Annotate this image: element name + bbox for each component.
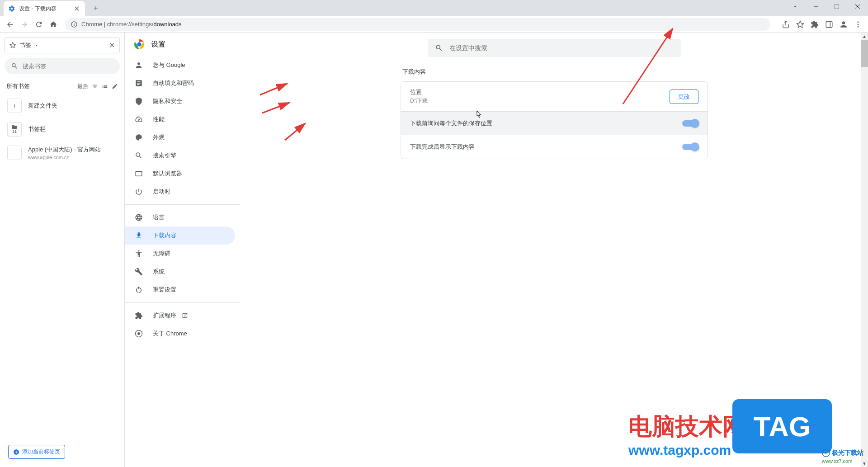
watermark-text: 电脑技术网 <box>628 411 746 443</box>
folder-count: 11 <box>12 130 17 134</box>
puzzle-icon <box>811 20 819 28</box>
nav-you-and-google[interactable]: 您与 Google <box>125 56 235 74</box>
svg-rect-0 <box>814 7 818 7</box>
scroll-up-icon[interactable]: ▲ <box>861 33 868 40</box>
folder-icon: 11 <box>7 122 22 137</box>
profile-button[interactable] <box>837 18 850 31</box>
all-bookmarks-label: 所有书签 <box>6 82 30 90</box>
nav-language[interactable]: 语言 <box>125 208 235 226</box>
power-icon <box>135 188 143 196</box>
chevron-down-icon <box>34 42 39 48</box>
nav-divider <box>125 204 241 205</box>
filter-icon[interactable] <box>92 83 98 90</box>
more-vert-icon <box>854 20 862 28</box>
show-complete-label: 下载完成后显示下载内容 <box>410 143 682 151</box>
new-tab-button[interactable] <box>90 2 102 14</box>
show-complete-toggle[interactable] <box>682 144 698 150</box>
ask-each-row[interactable]: 下载前询问每个文件的保存位置 <box>401 112 708 135</box>
vertical-scrollbar[interactable]: ▲ ▼ <box>861 33 868 467</box>
person-icon <box>135 61 143 69</box>
minimize-icon <box>814 5 818 9</box>
downloads-section: 下载内容 位置 D:\下载 更改 下载前询问每个文件的保存位置 <box>401 68 708 159</box>
star-icon <box>796 20 804 28</box>
back-button[interactable] <box>4 18 16 31</box>
bookmarks-header[interactable]: 书签 <box>5 37 120 53</box>
search-icon <box>135 151 143 160</box>
tab-close-icon[interactable] <box>73 5 80 12</box>
side-panel-button[interactable] <box>823 18 835 31</box>
nav-autofill[interactable]: 自动填充和密码 <box>125 74 235 92</box>
panel-icon <box>825 20 833 28</box>
settings-nav: 设置 您与 Google 自动填充和密码 隐私和安全 性能 外观 搜索引擎 默认… <box>125 33 241 467</box>
nav-performance[interactable]: 性能 <box>125 110 235 128</box>
view-icon[interactable] <box>102 83 108 90</box>
forward-button[interactable] <box>18 18 31 31</box>
change-location-button[interactable]: 更改 <box>670 90 698 104</box>
restore-icon <box>135 286 143 294</box>
bookmarks-search[interactable] <box>5 58 120 74</box>
show-complete-row[interactable]: 下载完成后显示下载内容 <box>401 135 708 159</box>
nav-appearance[interactable]: 外观 <box>125 128 235 146</box>
settings-search[interactable] <box>428 39 681 57</box>
settings-search-input[interactable] <box>449 44 674 52</box>
close-button[interactable] <box>847 0 868 14</box>
add-current-tab-button[interactable]: 添加当前标签页 <box>8 445 65 459</box>
sort-label[interactable]: 最后 <box>77 83 88 90</box>
location-row: 位置 D:\下载 更改 <box>401 82 708 112</box>
bookmarks-bar-item[interactable]: 11 书签栏 <box>5 118 120 141</box>
scrollbar-thumb[interactable] <box>861 40 868 67</box>
window-controls <box>785 0 868 14</box>
watermark: 电脑技术网 www.tagxp.com <box>628 411 746 458</box>
ask-each-label: 下载前询问每个文件的保存位置 <box>410 119 682 127</box>
nav-reset[interactable]: 重置设置 <box>125 281 235 299</box>
nav-search[interactable]: 搜索引擎 <box>125 146 235 165</box>
minimize-button[interactable] <box>806 0 826 14</box>
nav-default-browser[interactable]: 默认浏览器 <box>125 165 235 183</box>
ask-each-toggle[interactable] <box>682 120 698 127</box>
edit-icon[interactable] <box>112 83 118 90</box>
bookmarks-bar-label: 书签栏 <box>28 125 46 133</box>
search-icon <box>11 62 18 70</box>
search-icon <box>435 44 443 52</box>
nav-startup[interactable]: 启动时 <box>125 183 235 201</box>
bookmarks-search-input[interactable] <box>23 63 113 70</box>
maximize-button[interactable] <box>826 0 847 14</box>
new-folder-item[interactable]: + 新建文件夹 <box>5 94 120 118</box>
extensions-button[interactable] <box>808 18 821 31</box>
arrow-right-icon <box>20 20 28 28</box>
nav-about[interactable]: 关于 Chrome <box>125 325 235 343</box>
bookmark-link-item[interactable]: Apple (中国大陆) - 官方网站 www.apple.com.cn <box>5 141 120 165</box>
maximize-icon <box>835 5 839 9</box>
titlebar: 设置 - 下载内容 <box>0 0 868 16</box>
browser-tab[interactable]: 设置 - 下载内容 <box>4 1 85 16</box>
nav-extensions[interactable]: 扩展程序 <box>125 307 235 325</box>
download-logo-icon <box>822 449 830 457</box>
watermark-tag: TAG <box>732 399 832 453</box>
chrome-logo-icon <box>134 39 145 50</box>
speed-icon <box>135 115 143 123</box>
palette-icon <box>135 133 143 142</box>
svg-rect-2 <box>826 21 832 28</box>
bookmark-button[interactable] <box>794 18 807 31</box>
home-button[interactable] <box>47 18 60 31</box>
chevron-down-icon <box>793 5 797 9</box>
nav-system[interactable]: 系统 <box>125 263 235 281</box>
share-icon <box>782 20 790 28</box>
autofill-icon <box>135 79 143 87</box>
reload-button[interactable] <box>33 18 45 31</box>
menu-button[interactable] <box>852 18 864 31</box>
close-icon[interactable] <box>108 42 116 49</box>
download-icon <box>135 231 143 240</box>
address-bar[interactable]: Chrome | chrome://settings/downloads <box>65 18 770 31</box>
globe-icon <box>135 213 143 222</box>
nav-downloads[interactable]: 下载内容 <box>125 226 235 245</box>
watermark-url: www.tagxp.com <box>628 443 746 458</box>
close-icon <box>855 5 860 9</box>
nav-accessibility[interactable]: 无障碍 <box>125 245 235 263</box>
downloads-card: 位置 D:\下载 更改 下载前询问每个文件的保存位置 下载完成后显示下载内容 <box>401 81 708 159</box>
dropdown-button[interactable] <box>785 0 806 14</box>
share-button[interactable] <box>779 18 792 31</box>
nav-privacy[interactable]: 隐私和安全 <box>125 92 235 110</box>
plus-box-icon: + <box>7 99 22 113</box>
all-bookmarks-header: 所有书签 最后 <box>5 79 120 94</box>
